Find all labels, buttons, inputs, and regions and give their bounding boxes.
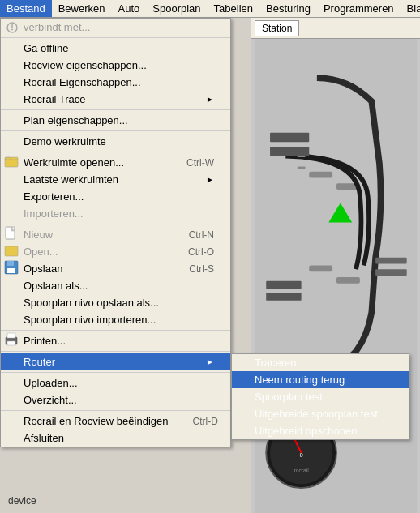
menu-besturing[interactable]: Besturing bbox=[259, 0, 317, 17]
svg-rect-30 bbox=[7, 261, 14, 266]
submenu-neem-routing-terug[interactable]: Neem routing terug bbox=[232, 371, 409, 388]
opslaan-icon bbox=[4, 260, 19, 277]
menu-tabellen[interactable]: Tabellen bbox=[208, 0, 259, 17]
svg-rect-17 bbox=[375, 269, 407, 276]
svg-rect-33 bbox=[7, 333, 15, 338]
werkruimte-icon bbox=[4, 154, 19, 171]
submenu-uitgebreide-spoorplan-test[interactable]: Uitgebreide spoorplan test bbox=[232, 405, 409, 422]
svg-rect-34 bbox=[7, 341, 15, 345]
menu-item-beeindig[interactable]: Rocrail en Rocview beëindigen Ctrl-D bbox=[1, 413, 230, 430]
separator-3 bbox=[1, 152, 230, 152]
menu-item-nieuw[interactable]: Nieuw Ctrl-N bbox=[1, 226, 230, 243]
svg-rect-28 bbox=[5, 246, 18, 256]
werkruimte-shortcut: Ctrl-W bbox=[186, 157, 214, 169]
menu-item-importeren[interactable]: Importeren... bbox=[1, 205, 230, 222]
separator-6 bbox=[1, 351, 230, 352]
open-icon bbox=[4, 243, 19, 260]
beeindig-shortcut: Ctrl-D bbox=[193, 416, 218, 427]
verbindt-icon bbox=[4, 19, 20, 36]
printen-icon bbox=[4, 332, 19, 349]
menu-item-afsluiten[interactable]: Afsluiten bbox=[1, 430, 230, 447]
menu-programmeren[interactable]: Programmeren bbox=[317, 0, 401, 17]
separator-4 bbox=[1, 224, 230, 224]
router-submenu[interactable]: Traceren Neem routing terug Spoorplan te… bbox=[231, 353, 409, 440]
menu-bewerken[interactable]: Bewerken bbox=[52, 0, 112, 17]
menu-auto[interactable]: Auto bbox=[112, 0, 147, 17]
menu-item-uploaden[interactable]: Uploaden... bbox=[1, 374, 230, 391]
separator-1 bbox=[1, 109, 230, 110]
svg-rect-13 bbox=[270, 147, 309, 156]
svg-rect-16 bbox=[375, 258, 407, 264]
nieuw-icon bbox=[4, 226, 19, 243]
menu-item-laatste-werkruimten[interactable]: Laatste werkruimten ► bbox=[1, 171, 230, 188]
menu-item-werkruimte-openen[interactable]: Werkruimte openen... Ctrl-W bbox=[1, 154, 230, 171]
menubar: Bestand Bewerken Auto Spoorplan Tabellen… bbox=[0, 0, 420, 18]
menu-item-opslaan-als[interactable]: Opslaan als... bbox=[1, 277, 230, 294]
menu-item-router[interactable]: Router ► Traceren Neem routing terug Spo… bbox=[1, 353, 230, 370]
menu-item-overzicht[interactable]: Overzicht... bbox=[1, 391, 230, 408]
submenu-traceren[interactable]: Traceren bbox=[232, 354, 409, 371]
svg-rect-14 bbox=[266, 281, 301, 289]
opslaan-shortcut: Ctrl-S bbox=[189, 263, 214, 275]
menu-item-plan-eigenschappen[interactable]: Plan eigenschappen... bbox=[1, 112, 230, 129]
svg-point-25 bbox=[11, 28, 13, 30]
router-arrow: ► bbox=[206, 357, 214, 366]
separator-7 bbox=[1, 372, 230, 373]
nieuw-shortcut: Ctrl-N bbox=[189, 229, 214, 241]
svg-rect-7 bbox=[309, 265, 332, 271]
menu-item-verbindt[interactable]: verbindt met... bbox=[1, 19, 230, 36]
svg-rect-15 bbox=[266, 293, 301, 301]
separator-5 bbox=[1, 330, 230, 331]
menu-bestand[interactable]: Bestand bbox=[0, 0, 52, 17]
station-tab: Station bbox=[251, 18, 420, 39]
menu-item-spoorplan-nivo-importeren[interactable]: Spoorplan nivo importeren... bbox=[1, 311, 230, 328]
track-diagram: 0 rocrail bbox=[251, 39, 420, 513]
submenu-spoorplan-test[interactable]: Spoorplan test bbox=[232, 388, 409, 405]
separator-2 bbox=[1, 130, 230, 131]
device-label: device bbox=[8, 495, 36, 507]
station-tab-label[interactable]: Station bbox=[255, 20, 299, 36]
menu-item-spoorplan-nivo-opslaan[interactable]: Spoorplan nivo opslaan als... bbox=[1, 294, 230, 311]
menu-item-opslaan[interactable]: Opslaan Ctrl-S bbox=[1, 260, 230, 277]
menu-item-printen[interactable]: Printen... bbox=[1, 332, 230, 349]
menu-item-open[interactable]: Open... Ctrl-O bbox=[1, 243, 230, 260]
rocrail-trace-arrow: ► bbox=[206, 95, 214, 104]
laatste-arrow: ► bbox=[206, 175, 214, 184]
menu-item-demo[interactable]: Demo werkruimte bbox=[1, 133, 230, 150]
menu-spoorplan[interactable]: Spoorplan bbox=[146, 0, 207, 17]
separator-0 bbox=[1, 37, 230, 38]
svg-text:rocrail: rocrail bbox=[294, 468, 309, 473]
submenu-uitgebreid-opschonen[interactable]: Uitgebreid opschonen bbox=[232, 422, 409, 439]
menu-item-rocrail-eigenschappen[interactable]: Rocrail Eigenschappen... bbox=[1, 74, 230, 91]
svg-rect-5 bbox=[309, 172, 332, 178]
menu-item-ga-offline[interactable]: Ga offline bbox=[1, 40, 230, 57]
bestand-dropdown[interactable]: verbindt met... Ga offline Rocview eigen… bbox=[0, 18, 231, 447]
svg-rect-12 bbox=[270, 133, 309, 143]
svg-rect-8 bbox=[336, 277, 360, 284]
open-shortcut: Ctrl-O bbox=[188, 246, 214, 258]
menu-item-rocview-eigenschappen[interactable]: Rocview eigenschappen... bbox=[1, 57, 230, 74]
menu-item-rocrail-trace[interactable]: Rocrail Trace ► bbox=[1, 91, 230, 108]
separator-8 bbox=[1, 410, 230, 411]
menu-bladwijzers[interactable]: Bladwijzers bbox=[401, 0, 420, 17]
menu-item-exporteren[interactable]: Exporteren... bbox=[1, 188, 230, 205]
svg-rect-31 bbox=[7, 268, 15, 273]
